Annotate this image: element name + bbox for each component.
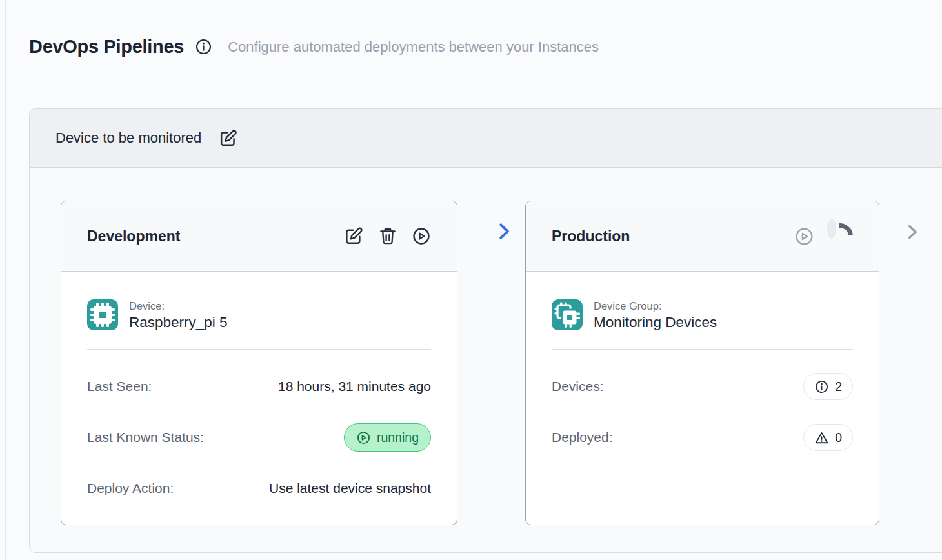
edit-icon[interactable] xyxy=(343,226,364,246)
chip-group-icon xyxy=(552,299,583,330)
production-card-title: Production xyxy=(552,228,794,245)
status-badge: running xyxy=(344,423,431,452)
status-row: Last Known Status: running xyxy=(87,423,431,452)
page-subtitle: Configure automated deployments between … xyxy=(228,39,599,55)
pipeline-panel-body: Development xyxy=(30,168,942,552)
devices-count-badge: 2 xyxy=(803,373,853,400)
device-group-label: Device Group: xyxy=(594,300,717,312)
production-card-header: Production xyxy=(526,201,879,272)
deploy-action-label: Deploy Action: xyxy=(87,481,174,496)
status-label: Last Known Status: xyxy=(87,430,204,445)
deployed-row: Deployed: 0 xyxy=(552,423,853,452)
chip-icon xyxy=(87,299,118,330)
last-seen-label: Last Seen: xyxy=(87,379,152,394)
status-badge-text: running xyxy=(377,430,419,445)
device-group-name: Monitoring Devices xyxy=(594,314,717,331)
production-card: Production xyxy=(525,201,879,525)
development-card-header: Development xyxy=(61,201,457,272)
deployed-count-badge: 0 xyxy=(803,424,853,451)
chevron-right-icon xyxy=(492,220,515,243)
info-icon xyxy=(814,379,829,394)
development-card-title: Development xyxy=(87,228,343,245)
deployed-label: Deployed: xyxy=(552,430,613,445)
devices-row: Devices: 2 xyxy=(552,372,853,401)
play-icon[interactable] xyxy=(794,226,814,246)
development-card-actions xyxy=(343,226,431,246)
play-icon xyxy=(356,430,371,445)
production-card-body: Device Group: Monitoring Devices Devices… xyxy=(526,299,879,452)
trash-icon[interactable] xyxy=(378,226,397,246)
development-card-body: Device: Raspberry_pi 5 Last Seen: 18 hou… xyxy=(61,299,457,503)
device-name: Raspberry_pi 5 xyxy=(129,314,228,331)
last-seen-row: Last Seen: 18 hours, 31 minutes ago xyxy=(87,372,431,401)
pipeline-panel-header: Device to be monitored xyxy=(30,109,942,168)
card-divider xyxy=(552,349,853,350)
page-title: DevOps Pipelines xyxy=(29,36,184,57)
chevron-right-icon[interactable] xyxy=(902,222,922,242)
page-header: DevOps Pipelines Configure automated dep… xyxy=(29,36,599,57)
device-group-row: Device Group: Monitoring Devices xyxy=(552,299,853,331)
edit-icon[interactable] xyxy=(218,128,238,148)
card-divider xyxy=(87,349,431,350)
info-icon[interactable] xyxy=(195,38,212,55)
sidebar-divider xyxy=(5,0,6,560)
pipeline-panel: Device to be monitored Development xyxy=(29,108,942,553)
deploy-action-row: Deploy Action: Use latest device snapsho… xyxy=(87,474,431,503)
deploy-action-value: Use latest device snapshot xyxy=(269,481,431,496)
device-row: Device: Raspberry_pi 5 xyxy=(87,299,431,331)
warning-triangle-icon xyxy=(814,430,829,445)
loading-spinner-icon xyxy=(827,223,853,249)
last-seen-value: 18 hours, 31 minutes ago xyxy=(278,379,431,394)
devices-count: 2 xyxy=(835,379,842,394)
device-label: Device: xyxy=(129,300,228,312)
play-icon[interactable] xyxy=(412,226,431,246)
panel-title: Device to be monitored xyxy=(55,130,201,146)
devices-label: Devices: xyxy=(552,379,604,394)
development-card: Development xyxy=(61,201,457,525)
header-divider xyxy=(29,81,942,81)
deployed-count: 0 xyxy=(835,430,842,445)
